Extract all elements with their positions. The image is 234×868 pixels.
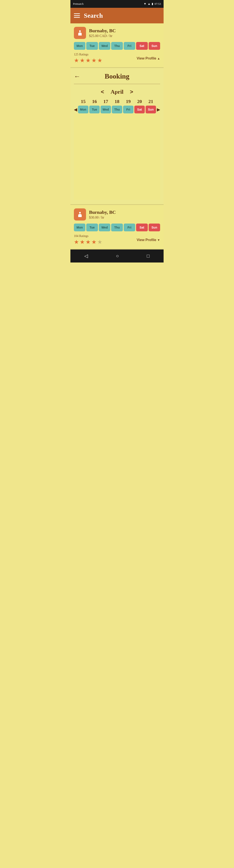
- page-title: Search: [84, 12, 103, 19]
- card-2-location: Burnaby, BC: [89, 210, 116, 215]
- week-date-20: 20: [134, 99, 145, 104]
- booking-spacer: [74, 114, 160, 200]
- week-date-17: 17: [100, 99, 111, 104]
- star-1: ★: [74, 57, 79, 64]
- back-button[interactable]: ←: [74, 73, 80, 80]
- card-2: Burnaby, BC $30.00 / hr Mon Tue Wed Thu …: [70, 205, 164, 249]
- booking-header: ← Booking: [74, 72, 160, 84]
- month-navigation: < April >: [74, 89, 160, 95]
- cal-day-sun[interactable]: Sun: [146, 105, 156, 114]
- star-3: ★: [86, 57, 91, 64]
- week-date-16: 16: [89, 99, 100, 104]
- cal-day-thu[interactable]: Thu: [112, 105, 122, 114]
- card-1-ratings: 125 Ratings ★ ★ ★ ★ ★: [74, 53, 102, 64]
- card-2-ratings-count: 104 Ratings: [74, 235, 102, 238]
- card-2-day-thu[interactable]: Thu: [111, 223, 123, 231]
- card-1-header: Burnaby, BC $25.00 CAD / hr: [74, 27, 160, 39]
- prev-month-button[interactable]: <: [101, 89, 104, 95]
- card-2-days-row: Mon Tue Wed Thu Fri Sat Sun: [74, 223, 160, 231]
- card-2-day-mon[interactable]: Mon: [74, 223, 85, 231]
- cal-day-wed[interactable]: Wed: [100, 105, 111, 114]
- card-2-day-fri[interactable]: Fri: [124, 223, 135, 231]
- card-2-ratings-row: 104 Ratings ★ ★ ★ ★ ★ View Profile ▼: [74, 235, 160, 245]
- booking-title: Booking: [83, 72, 151, 80]
- card-1-day-wed[interactable]: Wed: [99, 42, 110, 50]
- card2-star-1: ★: [74, 239, 79, 245]
- card-1-stars: ★ ★ ★ ★ ★: [74, 57, 102, 64]
- card-2-day-sun[interactable]: Sun: [149, 223, 160, 231]
- status-bar: Petmatch ▼ ▲ ▮ 07:53: [70, 0, 164, 8]
- cal-day-mon[interactable]: Mon: [78, 105, 88, 114]
- card-1-day-thu[interactable]: Thu: [111, 42, 123, 50]
- star-4: ★: [91, 57, 96, 64]
- card-1-view-profile-button[interactable]: View Profile ▲: [137, 57, 160, 60]
- hamburger-line-1: [74, 13, 80, 14]
- card2-star-5: ★: [97, 239, 102, 245]
- nav-home-button[interactable]: ○: [116, 253, 119, 259]
- star-2: ★: [80, 57, 85, 64]
- status-bar-right: ▼ ▲ ▮ 07:53: [144, 2, 161, 6]
- card-1-ratings-count: 125 Ratings: [74, 53, 102, 56]
- cal-day-tue[interactable]: Tue: [89, 105, 100, 114]
- battery-icon: ▮: [152, 2, 153, 6]
- wifi-icon: ▼: [144, 2, 146, 6]
- cal-next-button[interactable]: ▶: [157, 107, 160, 112]
- card-2-ratings: 104 Ratings ★ ★ ★ ★ ★: [74, 235, 102, 245]
- card-1-price: $25.00 CAD / hr: [89, 34, 116, 38]
- booking-section: ← Booking < April > 15 16 17 18 19 20 21…: [70, 68, 164, 205]
- nav-bar: ◁ ○ □: [70, 249, 164, 262]
- card2-star-2: ★: [80, 239, 85, 245]
- hamburger-menu[interactable]: [74, 13, 80, 18]
- next-month-button[interactable]: >: [130, 89, 133, 95]
- cal-day-fri[interactable]: Fri: [123, 105, 134, 114]
- nav-recents-button[interactable]: □: [147, 253, 149, 259]
- week-date-18: 18: [111, 99, 123, 104]
- card-1-ratings-row: 125 Ratings ★ ★ ★ ★ ★ View Profile ▲: [74, 53, 160, 64]
- card-2-day-tue[interactable]: Tue: [86, 223, 98, 231]
- card-2-avatar: [74, 208, 86, 220]
- week-date-21: 21: [145, 99, 156, 104]
- time: 07:53: [154, 2, 161, 6]
- nav-back-button[interactable]: ◁: [84, 253, 88, 259]
- card-2-price: $30.00 / hr: [89, 216, 116, 219]
- star-5: ★: [97, 57, 102, 64]
- cal-prev-button[interactable]: ◀: [74, 107, 77, 112]
- cal-day-sat[interactable]: Sat: [134, 105, 145, 114]
- hamburger-line-2: [74, 16, 80, 16]
- header: Search: [70, 8, 164, 23]
- card-2-view-profile-button[interactable]: View Profile ▼: [137, 238, 160, 242]
- card2-view-profile-arrow-icon: ▼: [157, 238, 160, 242]
- view-profile-label: View Profile: [137, 57, 156, 60]
- card-1-avatar: [74, 27, 86, 39]
- card-1: Burnaby, BC $25.00 CAD / hr Mon Tue Wed …: [70, 23, 164, 68]
- app-name: Petmatch: [73, 2, 83, 6]
- card-1-location: Burnaby, BC: [89, 28, 116, 34]
- week-date-15: 15: [78, 99, 89, 104]
- signal-icon: ▲: [148, 2, 151, 6]
- card-1-day-tue[interactable]: Tue: [86, 42, 98, 50]
- cal-days: Mon Tue Wed Thu Fri Sat Sun: [78, 105, 156, 114]
- card-1-day-fri[interactable]: Fri: [124, 42, 135, 50]
- card-2-day-sat[interactable]: Sat: [136, 223, 148, 231]
- card-2-day-wed[interactable]: Wed: [99, 223, 110, 231]
- view-profile-arrow-icon: ▲: [157, 57, 160, 60]
- card-1-days-row: Mon Tue Wed Thu Fri Sat Sun: [74, 42, 160, 50]
- card-2-stars: ★ ★ ★ ★ ★: [74, 239, 102, 245]
- calendar-row: ◀ Mon Tue Wed Thu Fri Sat Sun ▶: [74, 105, 160, 114]
- card2-star-4: ★: [91, 239, 96, 245]
- card-1-info: Burnaby, BC $25.00 CAD / hr: [89, 28, 116, 38]
- week-dates-row: 15 16 17 18 19 20 21: [74, 99, 160, 104]
- hamburger-line-3: [74, 17, 80, 18]
- card-2-header: Burnaby, BC $30.00 / hr: [74, 208, 160, 220]
- card2-star-3: ★: [86, 239, 91, 245]
- card-1-day-sun[interactable]: Sun: [149, 42, 160, 50]
- month-name: April: [111, 89, 123, 95]
- card-1-day-mon[interactable]: Mon: [74, 42, 85, 50]
- card-1-day-sat[interactable]: Sat: [136, 42, 148, 50]
- card-2-info: Burnaby, BC $30.00 / hr: [89, 210, 116, 219]
- card2-view-profile-label: View Profile: [137, 238, 156, 242]
- week-date-19: 19: [123, 99, 134, 104]
